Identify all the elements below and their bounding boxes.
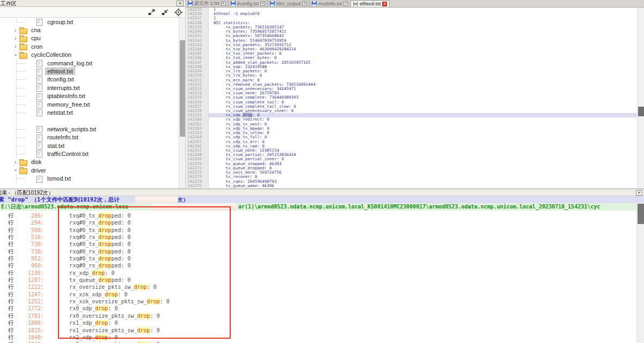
result-line-number: 1840 [16, 334, 41, 341]
save-icon [270, 1, 275, 6]
line-word-label: 行 [8, 298, 16, 305]
line-word-label: 行 [8, 284, 16, 290]
tree-item-file[interactable]: netstat.txt [0, 108, 179, 116]
tree-item-folder[interactable]: ›driver [0, 166, 179, 174]
tree-item-file[interactable]: cgroup.txt [0, 18, 179, 26]
result-line-number: 952 [16, 255, 41, 262]
locate-file-icon[interactable] [174, 8, 183, 17]
tree-item-label: driver [30, 167, 48, 174]
save-icon [353, 2, 358, 6]
tree-scrollbar-thumb[interactable] [180, 40, 185, 137]
tab-label: fdm_output [276, 1, 301, 6]
tree-item-file[interactable]: network_scripts.txt [0, 125, 179, 133]
tree-item-file[interactable]: ethtool.txt [0, 67, 179, 75]
tree-item-blank [0, 117, 179, 125]
result-colon: : [41, 305, 44, 312]
result-colon: : [41, 234, 44, 241]
tree-item-label: ifconfig.txt [46, 76, 76, 83]
tree-item-label: cpu [30, 35, 42, 41]
tree-item-file[interactable]: ifconfig.txt [0, 76, 179, 84]
file-icon [35, 109, 43, 115]
collapse-all-icon[interactable] [160, 8, 170, 17]
expander-icon[interactable]: › [13, 167, 19, 174]
file-icon [35, 176, 43, 182]
result-line-number: 960 [16, 262, 41, 269]
editor-lines[interactable]: 142235}142236ethtool -S enp1s0f0142237{1… [186, 8, 637, 189]
editor-line: 142236ethtool -S enp1s0f0 [186, 12, 637, 16]
result-line-number: 1849 [16, 341, 41, 343]
line-text: rx_xdp_drop: 0 [209, 113, 637, 117]
folder-icon [19, 35, 27, 41]
tree-item-label: cron [30, 43, 44, 50]
save-icon [188, 1, 193, 6]
editor-scrollbar[interactable] [637, 8, 644, 189]
line-text: tx_nop: 232419588 [209, 65, 637, 69]
line-text: { [209, 16, 637, 20]
expander-icon[interactable]: › [13, 51, 19, 58]
tree-item-file[interactable]: trafficControl.txt [0, 150, 179, 158]
result-line-number: 738 [16, 248, 41, 255]
tree-item-file[interactable]: interrupts.txt [0, 84, 179, 92]
line-word-label: 行 [8, 277, 16, 284]
line-word-label: 行 [8, 234, 16, 241]
tree-item-file[interactable]: memory_free.txt [0, 100, 179, 108]
line-word-label: 行 [8, 334, 16, 341]
editor-tab[interactable]: fdm_output✕ [268, 0, 310, 7]
workspace-close-icon[interactable]: ✕ [177, 1, 184, 6]
workspace-title: 夹工作区 [0, 0, 17, 7]
tree-item-folder[interactable]: ›disk [0, 158, 179, 166]
close-tab-icon[interactable]: ✕ [382, 2, 387, 6]
expander-icon[interactable]: › [12, 35, 19, 41]
result-colon: : [41, 319, 44, 326]
tree-item-label: network_scripts.txt [46, 126, 98, 132]
tree-item-file[interactable]: iptablesInfo.txt [0, 92, 179, 100]
expander-icon[interactable]: › [12, 159, 19, 165]
expander-icon[interactable]: › [12, 43, 19, 49]
result-line-number: 1195 [16, 270, 41, 277]
editor-tab[interactable]: 新文件 1.txt✕ [186, 0, 229, 7]
line-text: tx_added_vlan_packets: 205165957165 [209, 61, 637, 65]
line-text: rx_xdp_redirect: 0 [209, 117, 637, 122]
expander-icon[interactable]: › [12, 27, 19, 33]
tree-item-file[interactable]: command_log.txt [0, 59, 179, 67]
editor-tab[interactable]: modinfo.txt✕ [310, 0, 351, 7]
tab-label: ifconfig.txt [237, 1, 259, 6]
result-colon: : [41, 327, 44, 334]
tree-item-folder[interactable]: ›cyclicCollection [0, 51, 179, 59]
tree-item-folder[interactable]: ›cna [0, 26, 179, 34]
tree-item-label: stat.txt [46, 143, 66, 149]
tree-scrollbar[interactable] [179, 18, 185, 189]
result-line-number: 1815 [16, 327, 41, 334]
tree-item-file[interactable]: stat.txt [0, 141, 179, 150]
line-text: rx_xdp_tx_xmit: 0 [209, 122, 637, 126]
expand-all-icon[interactable] [147, 8, 156, 17]
close-tab-icon[interactable]: ✕ [302, 1, 307, 6]
results-scrollbar-thumb[interactable] [638, 204, 644, 224]
result-line-number: 1252 [16, 298, 41, 305]
editor-tab[interactable]: ethtool.txt✕ [351, 0, 390, 7]
result-line-number: 1806 [16, 319, 41, 326]
tree-item-label: disk [30, 159, 43, 165]
close-tab-icon[interactable]: ✕ [343, 1, 348, 6]
tree-item-file[interactable]: lsmod.txt [0, 174, 179, 182]
tree-item-folder[interactable]: ›cron [0, 42, 179, 50]
line-text: rx_lro_packets: 0 [209, 69, 637, 73]
result-colon: : [41, 248, 44, 255]
tree-item-label: trafficControl.txt [46, 151, 90, 157]
close-tab-icon[interactable]: ✕ [221, 1, 226, 6]
close-tab-icon[interactable]: ✕ [260, 1, 265, 6]
editor-scrollbar-thumb[interactable] [638, 107, 644, 116]
tree-item-label: cna [30, 27, 42, 33]
result-row[interactable]: 行1849: rx2_oversize_pkts_sw_drop: 0 [0, 341, 636, 343]
result-colon: : [41, 241, 44, 248]
editor-tab[interactable]: ifconfig.txt✕ [229, 0, 268, 7]
results-scrollbar[interactable] [636, 203, 644, 343]
workspace-panel: 夹工作区 ✕ cgroup.txt›cna›cpu›cron›cyclicCol… [0, 0, 185, 189]
tree-item-folder[interactable]: ›cpu [0, 34, 179, 42]
tree-item-file[interactable]: routeInfo.txt [0, 133, 179, 141]
results-close-icon[interactable]: ✕ [636, 190, 642, 196]
tree-item-label: lsmod.txt [46, 175, 72, 182]
line-word-label: 行 [8, 219, 16, 226]
line-word-label: 行 [8, 262, 16, 269]
result-line-number: 1247 [16, 291, 41, 298]
